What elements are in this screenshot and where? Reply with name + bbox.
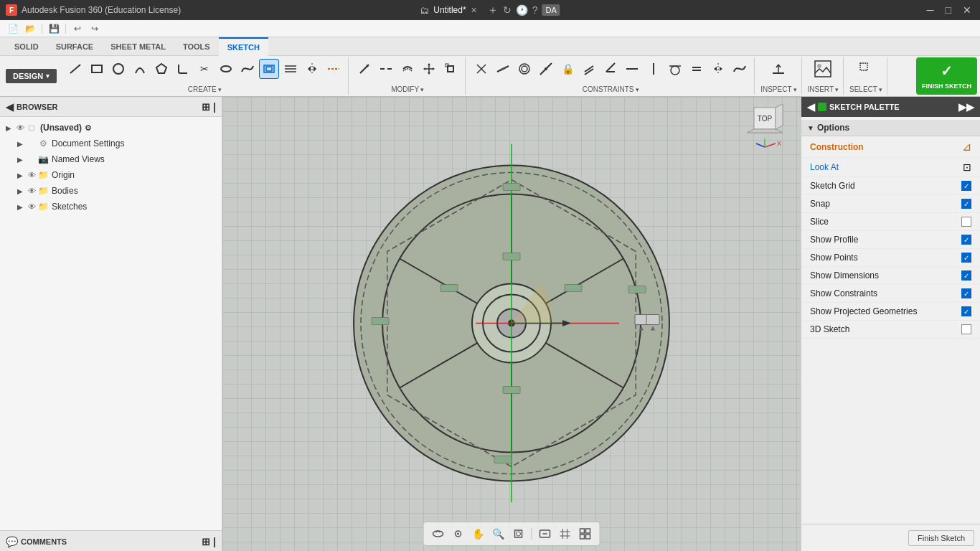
tool-fillet[interactable] xyxy=(173,59,193,79)
canvas-area[interactable]: TOP X ✋ xyxy=(222,97,801,551)
tool-polygon[interactable] xyxy=(151,59,171,79)
row-construction[interactable]: Construction ⊿ xyxy=(801,136,980,158)
view-cube[interactable]: TOP X xyxy=(743,104,786,147)
tree-item-sketches[interactable]: ▶ 👁 📁 Sketches xyxy=(0,199,222,215)
help-icon[interactable]: ? xyxy=(532,4,538,16)
slice-checkbox[interactable] xyxy=(961,217,971,227)
viewport-settings-btn[interactable] xyxy=(577,525,594,542)
tool-parallel[interactable] xyxy=(579,59,599,79)
options-section-header[interactable]: ▼ Options xyxy=(801,120,980,136)
user-avatar[interactable]: DA xyxy=(542,4,560,16)
orbit-btn[interactable] xyxy=(430,525,447,542)
tool-offset2[interactable] xyxy=(397,59,418,79)
tree-item-unsaved[interactable]: ▶ 👁 □ (Unsaved) ⚙ xyxy=(0,120,222,136)
inspect-label[interactable]: INSPECT ▾ xyxy=(760,85,796,93)
row-show-profile[interactable]: Show Profile xyxy=(801,231,980,249)
row-3d-sketch[interactable]: 3D Sketch xyxy=(801,321,980,339)
expand-bodies[interactable]: ▶ xyxy=(14,185,26,197)
comments-add-btn[interactable]: ⊞ xyxy=(202,536,210,547)
minimize-btn[interactable]: ─ xyxy=(924,4,937,16)
tool-scale[interactable] xyxy=(440,59,461,79)
row-show-points[interactable]: Show Points xyxy=(801,249,980,267)
close-tab-icon[interactable]: ✕ xyxy=(471,6,477,15)
show-constraints-checkbox[interactable] xyxy=(961,288,971,298)
tool-fix[interactable]: 🔒 xyxy=(557,59,578,79)
history-icon[interactable]: 🕐 xyxy=(516,4,528,16)
3d-sketch-checkbox[interactable] xyxy=(961,324,971,334)
palette-collapse-btn[interactable]: ◀ xyxy=(807,101,815,113)
tool-vertical[interactable] xyxy=(644,59,664,79)
finish-sketch-footer-btn[interactable]: Finish Sketch xyxy=(908,530,974,546)
finish-sketch-btn[interactable]: ✓ FINISH SKETCH xyxy=(916,57,977,95)
row-slice[interactable]: Slice xyxy=(801,213,980,231)
tool-tangent[interactable] xyxy=(665,59,685,79)
tree-item-bodies[interactable]: ▶ 👁 📁 Bodies xyxy=(0,183,222,199)
comments-collapse-btn[interactable]: | xyxy=(213,536,216,547)
tab-sketch[interactable]: SKETCH xyxy=(219,37,268,56)
tool-line[interactable] xyxy=(65,59,85,79)
expand-sketches[interactable]: ▶ xyxy=(14,201,26,212)
vis-bodies[interactable]: 👁 xyxy=(26,185,37,197)
browser-expand-btn[interactable]: ⊞ xyxy=(202,101,210,113)
zoom-btn[interactable]: 🔍 xyxy=(490,525,507,542)
tool-break[interactable] xyxy=(376,59,396,79)
tool-midpoint[interactable] xyxy=(536,59,556,79)
tool-trim[interactable]: ✂ xyxy=(194,59,215,79)
insert-label[interactable]: INSERT ▾ xyxy=(808,85,839,93)
tool-mirror[interactable] xyxy=(302,59,322,79)
tool-perpendicular[interactable] xyxy=(600,59,621,79)
tab-tools[interactable]: TOOLS xyxy=(174,37,219,56)
tool-hatch[interactable] xyxy=(281,59,301,79)
show-dimensions-checkbox[interactable] xyxy=(961,270,971,281)
tool-extend[interactable] xyxy=(354,59,374,79)
snap-checkbox[interactable] xyxy=(961,199,971,209)
constraints-label[interactable]: CONSTRAINTS ▾ xyxy=(583,85,639,93)
show-profile-checkbox[interactable] xyxy=(961,235,971,245)
browser-collapse-btn[interactable]: | xyxy=(213,101,216,113)
expand-named-views[interactable]: ▶ xyxy=(14,154,26,165)
tool-select[interactable] xyxy=(856,59,876,79)
refresh-icon[interactable]: ↻ xyxy=(503,4,512,16)
tool-arc[interactable] xyxy=(130,59,150,79)
expand-origin[interactable]: ▶ xyxy=(14,169,26,181)
row-show-dimensions[interactable]: Show Dimensions xyxy=(801,267,980,285)
add-tab-btn[interactable]: ＋ xyxy=(487,3,499,18)
maximize-btn[interactable]: □ xyxy=(943,4,954,16)
look-at-btn[interactable] xyxy=(450,525,467,542)
tree-item-origin[interactable]: ▶ 👁 📁 Origin xyxy=(0,167,222,183)
show-points-checkbox[interactable] xyxy=(961,253,971,263)
row-show-constraints[interactable]: Show Constraints xyxy=(801,285,980,303)
expand-doc-settings[interactable]: ▶ xyxy=(14,138,26,149)
save-btn[interactable]: 💾 xyxy=(47,22,61,36)
create-label[interactable]: CREATE ▾ xyxy=(188,85,222,93)
zoom-fit-btn[interactable] xyxy=(510,525,527,542)
tool-insert-image[interactable] xyxy=(813,59,833,79)
display-settings-btn[interactable] xyxy=(537,525,554,542)
grid-settings-btn[interactable] xyxy=(557,525,574,542)
row-show-projected[interactable]: Show Projected Geometries xyxy=(801,303,980,321)
undo-btn[interactable]: ↩ xyxy=(70,22,85,36)
tool-move[interactable] xyxy=(419,59,439,79)
tool-horizontal[interactable] xyxy=(622,59,642,79)
tool-slot[interactable] xyxy=(216,59,236,79)
row-look-at[interactable]: Look At ⊡ xyxy=(801,158,980,177)
pan-btn[interactable]: ✋ xyxy=(470,525,487,542)
new-btn[interactable]: 📄 xyxy=(6,22,20,36)
row-sketch-grid[interactable]: Sketch Grid xyxy=(801,177,980,195)
tool-concentric[interactable] xyxy=(514,59,534,79)
sketch-grid-checkbox[interactable] xyxy=(961,181,971,191)
modify-label[interactable]: MODIFY ▾ xyxy=(391,85,424,93)
tool-smooth[interactable] xyxy=(730,59,750,79)
tool-collinear[interactable] xyxy=(493,59,513,79)
tab-solid[interactable]: SOLID xyxy=(6,37,47,56)
tool-offset[interactable] xyxy=(259,59,279,79)
tool-construction[interactable] xyxy=(324,59,344,79)
tool-circle[interactable] xyxy=(108,59,128,79)
vis-unsaved[interactable]: 👁 xyxy=(14,122,26,133)
vis-origin[interactable]: 👁 xyxy=(26,169,37,181)
tool-equal[interactable] xyxy=(687,59,707,79)
palette-expand-btn[interactable]: ▶▶ xyxy=(958,101,974,113)
vis-sketches[interactable]: 👁 xyxy=(26,201,37,212)
show-projected-checkbox[interactable] xyxy=(961,306,971,316)
tree-item-doc-settings[interactable]: ▶ ⚙ Document Settings xyxy=(0,136,222,151)
